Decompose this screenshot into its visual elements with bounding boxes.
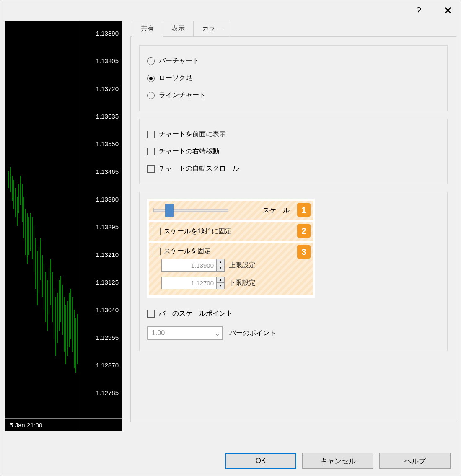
check-label: スケールを固定 — [164, 247, 211, 256]
highlight-annotations: スケール 1 スケールを1対1に固定 2 スケールを固定 — [147, 199, 315, 298]
check-label: スケールを1対1に固定 — [164, 227, 232, 236]
radio-candlestick[interactable] — [147, 75, 155, 82]
dropdown-value: 1.00 — [148, 327, 212, 339]
annotation-badge-1: 1 — [297, 203, 311, 217]
y-tick: 1.13040 — [96, 306, 119, 313]
radio-label: ラインチャート — [159, 91, 206, 100]
annotation-badge-3: 3 — [297, 245, 311, 259]
y-tick: 1.13465 — [96, 168, 119, 175]
dialog-buttons: OK キャンセル ヘルプ — [225, 453, 451, 469]
x-axis-label: 5 Jan 21:00 — [10, 422, 42, 429]
check-label: バーのスケールポイント — [159, 309, 233, 318]
lower-limit-label: 下限設定 — [229, 279, 256, 287]
radio-label: ローソク足 — [159, 74, 192, 83]
radio-line-chart[interactable] — [147, 92, 155, 99]
y-tick: 1.13890 — [96, 30, 119, 37]
tab-content: バーチャート ローソク足 ラインチャート チャートを前面に表示 — [130, 36, 456, 422]
y-tick: 1.13635 — [96, 113, 119, 120]
slider-thumb[interactable] — [165, 204, 174, 217]
y-tick: 1.12870 — [96, 362, 119, 369]
check-label: チャートの自動スクロール — [159, 164, 239, 173]
checkbox-foreground[interactable] — [147, 131, 155, 138]
lower-limit-input[interactable] — [162, 277, 216, 289]
chart-type-group: バーチャート ローソク足 ラインチャート — [139, 45, 448, 111]
scale-group: スケール 1 スケールを1対1に固定 2 スケールを固定 — [139, 192, 448, 351]
chart-preview: 1.13890 1.13805 1.13720 1.13635 1.13550 … — [5, 21, 122, 431]
help-button[interactable]: ヘルプ — [379, 453, 451, 469]
lower-limit-spinner[interactable]: ▲ ▼ — [161, 277, 225, 289]
scale-slider[interactable] — [153, 209, 228, 212]
y-tick: 1.13295 — [96, 223, 119, 230]
scale-1to1-row: スケールを1対1に固定 2 — [149, 222, 313, 241]
annotation-badge-2: 2 — [297, 224, 311, 238]
upper-limit-input[interactable] — [162, 259, 216, 271]
bar-point-label: バーのポイント — [229, 329, 276, 338]
bar-point-dropdown[interactable]: 1.00 ⌄ — [147, 326, 223, 340]
tab-display[interactable]: 表示 — [163, 21, 194, 37]
checkbox-right-shift[interactable] — [147, 148, 155, 155]
chevron-down-icon[interactable]: ⌄ — [212, 327, 222, 339]
y-tick: 1.12785 — [96, 389, 119, 396]
scale-slider-row: スケール 1 — [149, 201, 313, 220]
chart-options-group: チャートを前面に表示 チャートの右端移動 チャートの自動スクロール — [139, 119, 448, 184]
spinner-up[interactable]: ▲ — [217, 277, 224, 283]
scale-label: スケール — [263, 206, 290, 215]
upper-limit-spinner[interactable]: ▲ ▼ — [161, 259, 225, 272]
check-label: チャートの右端移動 — [159, 147, 219, 156]
scale-fix-row: スケールを固定 3 ▲ ▼ — [149, 243, 313, 295]
close-button[interactable]: ✕ — [440, 4, 456, 17]
tab-share[interactable]: 共有 — [132, 21, 163, 37]
properties-dialog: ? ✕ — [0, 0, 461, 476]
y-tick: 1.13720 — [96, 85, 119, 92]
ok-button[interactable]: OK — [225, 453, 296, 469]
y-tick: 1.13550 — [96, 140, 119, 147]
y-tick: 1.13210 — [96, 251, 119, 258]
upper-limit-label: 上限設定 — [229, 261, 256, 270]
checkbox-bar-scale-point[interactable] — [147, 310, 155, 318]
checkbox-scale-fix[interactable] — [153, 248, 161, 255]
y-tick: 1.13805 — [96, 57, 119, 65]
checkbox-scale-1to1[interactable] — [153, 228, 161, 235]
y-tick: 1.13125 — [96, 279, 119, 286]
tabs: 共有 表示 カラー — [132, 21, 456, 37]
radio-bar-chart[interactable] — [147, 57, 155, 65]
y-tick: 1.12955 — [96, 334, 119, 341]
y-tick: 1.13380 — [96, 196, 119, 203]
check-label: チャートを前面に表示 — [159, 130, 226, 139]
cancel-button[interactable]: キャンセル — [302, 453, 373, 469]
help-button[interactable]: ? — [410, 5, 427, 16]
tab-color[interactable]: カラー — [193, 21, 231, 37]
titlebar: ? ✕ — [0, 0, 461, 21]
spinner-down[interactable]: ▼ — [217, 265, 224, 271]
spinner-up[interactable]: ▲ — [217, 259, 224, 265]
checkbox-auto-scroll[interactable] — [147, 165, 155, 173]
spinner-down[interactable]: ▼ — [217, 283, 224, 289]
radio-label: バーチャート — [159, 57, 199, 65]
